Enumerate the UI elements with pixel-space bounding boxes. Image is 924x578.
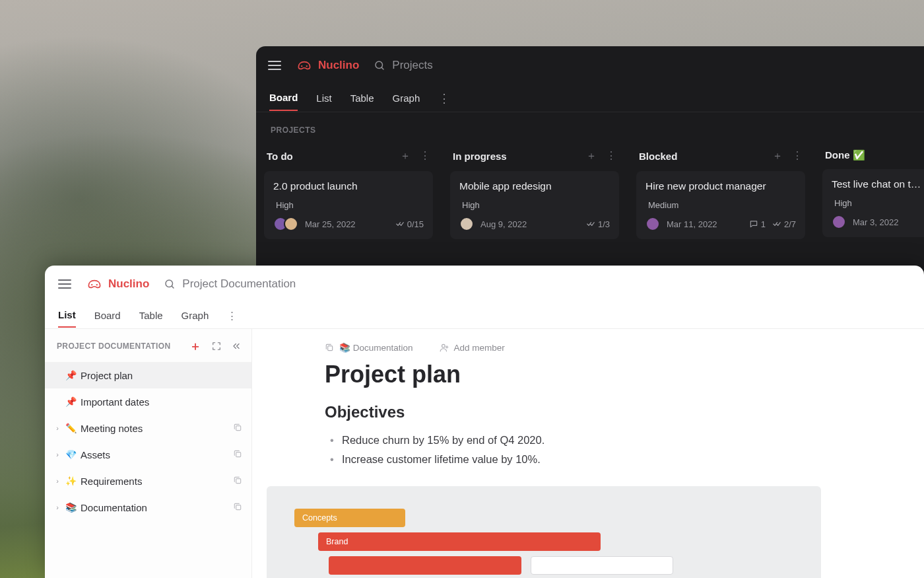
card-priority: High	[276, 200, 424, 210]
tabs-more-icon[interactable]: ⋮	[227, 310, 237, 322]
card-title: Mobile app redesign	[459, 180, 610, 192]
tab-graph[interactable]: Graph	[182, 304, 209, 327]
card[interactable]: Mobile app redesign High Aug 9, 2022 1/3	[450, 171, 619, 239]
view-tabs: List Board Table Graph ⋮	[45, 303, 924, 329]
card-priority: High	[462, 200, 610, 210]
column-blocked: Blocked ＋⋮ Hire new product manager Medi…	[636, 145, 805, 248]
gantt-bar-brand[interactable]: Brand	[318, 532, 601, 551]
svg-rect-6	[236, 425, 241, 430]
card[interactable]: Hire new product manager Medium Mar 11, …	[636, 171, 805, 239]
card-date: Mar 11, 2022	[667, 219, 717, 229]
search-field[interactable]: Project Documentation	[164, 277, 296, 291]
sidebar-item-project-plan[interactable]: 📌 Project plan	[45, 362, 251, 388]
add-member-button[interactable]: Add member	[440, 343, 505, 353]
column-todo: To do ＋⋮ 2.0 product launch High Mar 25,…	[264, 145, 433, 248]
card-priority: High	[834, 198, 924, 208]
column-title: In progress	[453, 151, 507, 162]
column-title: Blocked	[639, 151, 677, 162]
sidebar-item-documentation[interactable]: ›📚 Documentation	[45, 494, 251, 521]
add-card-icon[interactable]: ＋	[772, 149, 783, 163]
tab-list[interactable]: List	[58, 303, 76, 328]
titlebar: Nuclino Project Documentation	[45, 266, 924, 303]
tab-graph[interactable]: Graph	[393, 86, 420, 110]
menu-icon[interactable]	[58, 279, 71, 289]
heading-objectives: Objectives	[325, 403, 898, 421]
search-placeholder: Projects	[392, 59, 432, 72]
collection-icon	[233, 502, 242, 513]
avatar	[459, 217, 474, 231]
objectives-list: Reduce churn by 15% by end of Q4 2020. I…	[325, 431, 898, 469]
chevron-right-icon[interactable]: ›	[54, 503, 61, 511]
search-placeholder: Project Documentation	[182, 277, 296, 291]
card-date: Mar 25, 2022	[305, 219, 356, 229]
search-field[interactable]: Projects	[374, 59, 432, 72]
card[interactable]: 2.0 product launch High Mar 25, 2022 0/1…	[264, 171, 433, 239]
svg-point-1	[306, 65, 308, 67]
svg-point-4	[96, 283, 98, 285]
svg-point-3	[91, 283, 92, 285]
card-date: Mar 3, 2022	[853, 217, 898, 227]
chevron-right-icon[interactable]: ›	[54, 451, 61, 458]
column-title: Done ✅	[825, 149, 865, 161]
card[interactable]: Test live chat on the w High Mar 3, 2022	[822, 169, 924, 237]
tab-table[interactable]: Table	[350, 86, 374, 110]
add-card-icon[interactable]: ＋	[586, 149, 597, 163]
collection-icon	[325, 343, 334, 352]
card-date: Aug 9, 2022	[480, 219, 527, 229]
column-more-icon[interactable]: ⋮	[792, 149, 803, 163]
column-more-icon[interactable]: ⋮	[606, 149, 616, 163]
chevron-right-icon[interactable]: ›	[54, 424, 61, 432]
tab-list[interactable]: List	[316, 86, 331, 110]
card-priority: Medium	[648, 200, 796, 210]
sidebar-item-requirements[interactable]: ›✨ Requirements	[45, 468, 251, 494]
sidebar: PROJECT DOCUMENTATION ＋ 📌 Project plan 📌…	[45, 329, 252, 578]
svg-rect-7	[236, 452, 241, 456]
page-title: Project plan	[325, 361, 898, 388]
gantt-milestone[interactable]	[531, 556, 673, 575]
pin-icon: 📌	[65, 396, 77, 407]
list-item: Reduce churn by 15% by end of Q4 2020.	[329, 431, 898, 450]
column-title: To do	[267, 151, 293, 162]
svg-rect-9	[236, 505, 241, 509]
card-checklist: 0/15	[395, 219, 424, 229]
section-label: PROJECTS	[256, 112, 924, 140]
column-done: Done ✅ Test live chat on the w High Mar …	[822, 145, 924, 248]
collection-icon	[233, 476, 242, 487]
checklist-icon	[395, 219, 405, 229]
svg-point-0	[301, 65, 302, 67]
titlebar: Nuclino Projects	[256, 46, 924, 85]
card-title: Test live chat on the w	[832, 178, 924, 190]
tab-table[interactable]: Table	[139, 304, 163, 327]
avatar	[645, 217, 660, 231]
tab-board[interactable]: Board	[269, 85, 298, 111]
sidebar-item-meeting-notes[interactable]: ›✏️ Meeting notes	[45, 415, 251, 441]
collapse-sidebar-icon[interactable]	[232, 342, 241, 351]
add-item-icon[interactable]: ＋	[189, 338, 201, 354]
brand-logo-icon	[86, 277, 103, 291]
svg-point-11	[442, 344, 445, 347]
brand-logo-icon	[296, 59, 313, 72]
expand-icon[interactable]	[212, 342, 221, 351]
search-icon	[164, 278, 176, 290]
avatar	[832, 215, 846, 229]
sidebar-item-important-dates[interactable]: 📌 Important dates	[45, 388, 251, 415]
menu-icon[interactable]	[268, 61, 281, 70]
card-title: 2.0 product launch	[273, 180, 424, 192]
sidebar-item-assets[interactable]: ›💎 Assets	[45, 441, 251, 468]
gantt-bar-concepts[interactable]: Concepts	[294, 509, 405, 527]
checklist-icon	[586, 219, 595, 229]
document-pane: 📚 Documentation Add member Project plan …	[252, 329, 924, 578]
tab-board[interactable]: Board	[94, 304, 121, 327]
breadcrumb[interactable]: 📚 Documentation	[325, 342, 413, 353]
sidebar-section-label: PROJECT DOCUMENTATION	[57, 342, 170, 351]
add-card-icon[interactable]: ＋	[400, 149, 411, 163]
chevron-right-icon[interactable]: ›	[54, 477, 61, 485]
gantt-bar[interactable]	[329, 556, 521, 575]
card-comments: 1	[749, 219, 766, 229]
brand-name: Nuclino	[108, 277, 149, 291]
app-brand: Nuclino	[296, 59, 359, 72]
column-in-progress: In progress ＋⋮ Mobile app redesign High …	[450, 145, 619, 248]
comment-icon	[749, 219, 758, 229]
card-checklist: 1/3	[586, 219, 610, 229]
column-more-icon[interactable]: ⋮	[420, 149, 430, 163]
